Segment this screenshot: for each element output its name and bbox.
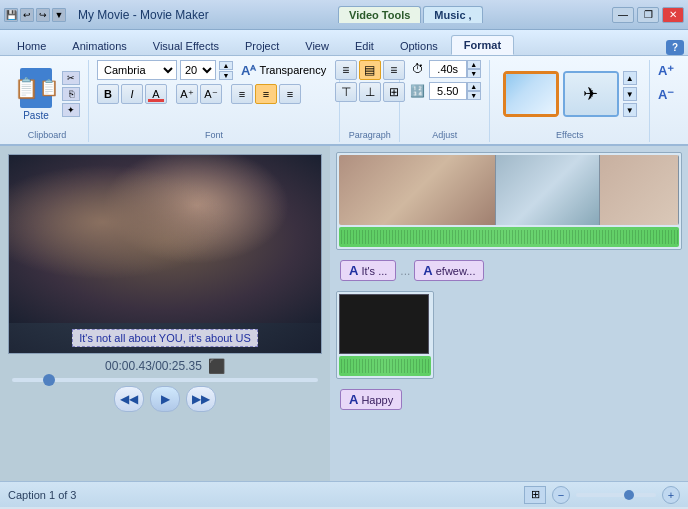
cut-icon[interactable]: ✂ bbox=[62, 71, 80, 85]
window-buttons: — ❐ ✕ bbox=[612, 7, 684, 23]
para-row1: ≡ ▤ ≡ bbox=[335, 60, 405, 80]
tab-format[interactable]: Format bbox=[451, 35, 514, 55]
font-size-up[interactable]: ▲ bbox=[219, 61, 233, 70]
align-center-btn[interactable]: ≡ bbox=[255, 84, 277, 104]
adjust-val-input[interactable] bbox=[429, 82, 467, 100]
seek-bar-container bbox=[8, 378, 322, 382]
copy-icon[interactable]: ⎘ bbox=[62, 87, 80, 101]
number-icon: 🔢 bbox=[409, 82, 427, 100]
restore-button[interactable]: ❐ bbox=[637, 7, 659, 23]
caption-a-icon-1: A bbox=[349, 263, 358, 278]
format-paint-icon[interactable]: ✦ bbox=[62, 103, 80, 117]
dropdown-btn[interactable]: ▼ bbox=[52, 8, 66, 22]
window-controls-left: 💾 ↩ ↪ ▼ bbox=[4, 8, 66, 22]
transparency-icon: Aᴬ bbox=[241, 63, 256, 78]
caption-strip-2: A Happy bbox=[336, 385, 682, 414]
para-btn1[interactable]: ≡ bbox=[335, 60, 357, 80]
font-shrink-btn[interactable]: A⁻ bbox=[200, 84, 222, 104]
text-grow-btn[interactable]: A⁺ bbox=[653, 60, 679, 81]
effects-scroll-down[interactable]: ▼ bbox=[623, 103, 637, 117]
film-frame-1 bbox=[339, 155, 496, 225]
tab-edit[interactable]: Edit bbox=[342, 36, 387, 55]
tab-animations[interactable]: Animations bbox=[59, 36, 139, 55]
save-btn[interactable]: 💾 bbox=[4, 8, 18, 22]
film-strip-section bbox=[336, 152, 682, 250]
adjust-label: Adjust bbox=[400, 130, 489, 140]
font-family-select[interactable]: Cambria bbox=[97, 60, 177, 80]
caption-block-1[interactable]: A It's ... bbox=[340, 260, 396, 281]
ribbon: 📋 Paste ✂ ⎘ ✦ Clipboard Cambria 20 ▲ bbox=[0, 56, 688, 146]
tab-music[interactable]: Music , bbox=[423, 6, 482, 23]
align-right-btn[interactable]: ≡ bbox=[279, 84, 301, 104]
time-down-arrow[interactable]: ▼ bbox=[467, 69, 481, 78]
film-strip bbox=[339, 155, 679, 225]
tab-options[interactable]: Options bbox=[387, 36, 451, 55]
font-size-select[interactable]: 20 bbox=[180, 60, 216, 80]
text-shrink-btn[interactable]: A⁻ bbox=[653, 84, 679, 105]
effect-thumb-1[interactable] bbox=[503, 71, 559, 117]
play-button[interactable]: ▶ bbox=[150, 386, 180, 412]
zoom-in-btn[interactable]: + bbox=[662, 486, 680, 504]
minimize-button[interactable]: — bbox=[612, 7, 634, 23]
help-button[interactable]: ? bbox=[666, 40, 684, 55]
video-caption: It's not all about YOU, it's about US bbox=[72, 329, 258, 347]
status-right: ⊞ − + bbox=[524, 486, 680, 504]
transparency-button[interactable]: Aᴬ Transparency bbox=[236, 60, 331, 80]
font-group-inner: Cambria 20 ▲ ▼ Aᴬ Transparency B I A bbox=[97, 60, 331, 118]
adjust-time-input[interactable] bbox=[429, 60, 467, 78]
font-row1: Cambria 20 ▲ ▼ Aᴬ Transparency bbox=[97, 60, 331, 80]
transparency-label: Transparency bbox=[259, 64, 326, 76]
film-frame-3 bbox=[600, 155, 679, 225]
para-btn2[interactable]: ▤ bbox=[359, 60, 381, 80]
main-area: It's not all about YOU, it's about US 00… bbox=[0, 146, 688, 481]
redo-btn[interactable]: ↪ bbox=[36, 8, 50, 22]
align-left-btn[interactable]: ≡ bbox=[231, 84, 253, 104]
tab-visual-effects[interactable]: Visual Effects bbox=[140, 36, 232, 55]
bold-button[interactable]: B bbox=[97, 84, 119, 104]
ribbon-group-paragraph: ≡ ▤ ≡ ⊤ ⊥ ⊞ Paragraph bbox=[340, 60, 400, 142]
zoom-slider[interactable] bbox=[576, 493, 656, 497]
font-label: Font bbox=[89, 130, 339, 140]
titlebar: 💾 ↩ ↪ ▼ My Movie - Movie Maker Video Too… bbox=[0, 0, 688, 30]
close-button[interactable]: ✕ bbox=[662, 7, 684, 23]
val-up-arrow[interactable]: ▲ bbox=[467, 82, 481, 91]
next-frame-button[interactable]: ▶▶ bbox=[186, 386, 216, 412]
seek-bar[interactable] bbox=[12, 378, 318, 382]
ribbon-group-text: A⁺ A⁻ bbox=[650, 60, 682, 142]
tab-project[interactable]: Project bbox=[232, 36, 292, 55]
val-down-arrow[interactable]: ▼ bbox=[467, 91, 481, 100]
caption-text-3: Happy bbox=[361, 394, 393, 406]
timecode-row: 00:00.43/00:25.35 ⬛ bbox=[8, 358, 322, 374]
font-color-btn[interactable]: A bbox=[145, 84, 167, 104]
screen-mode-btn[interactable]: ⊞ bbox=[524, 486, 546, 504]
effect-inner-2: ✈ bbox=[565, 73, 617, 115]
paste-button[interactable]: 📋 Paste bbox=[14, 66, 58, 123]
left-panel: It's not all about YOU, it's about US 00… bbox=[0, 146, 330, 481]
tab-view[interactable]: View bbox=[292, 36, 342, 55]
time-up-arrow[interactable]: ▲ bbox=[467, 60, 481, 69]
expand-icon[interactable]: ⬛ bbox=[208, 358, 225, 374]
caption-block-2[interactable]: A efwew... bbox=[414, 260, 484, 281]
caption-block-3[interactable]: A Happy bbox=[340, 389, 402, 410]
effects-scroll-up[interactable]: ▲ bbox=[623, 71, 637, 85]
adjust-arrows1: ▲ ▼ bbox=[467, 60, 481, 78]
italic-button[interactable]: I bbox=[121, 84, 143, 104]
effect-thumb-2[interactable]: ✈ bbox=[563, 71, 619, 117]
zoom-slider-thumb[interactable] bbox=[624, 490, 634, 500]
font-grow-btn[interactable]: A⁺ bbox=[176, 84, 198, 104]
undo-btn[interactable]: ↩ bbox=[20, 8, 34, 22]
caption-strip: A It's ... ... A efwew... bbox=[336, 256, 682, 285]
tab-video-tools[interactable]: Video Tools bbox=[338, 6, 421, 23]
tab-home[interactable]: Home bbox=[4, 36, 59, 55]
para-btn5[interactable]: ⊥ bbox=[359, 82, 381, 102]
font-size-down[interactable]: ▼ bbox=[219, 71, 233, 80]
video-image bbox=[9, 155, 321, 323]
ribbon-group-effects: ✈ ▲ ▼ ▼ Effects bbox=[490, 60, 650, 142]
para-btn4[interactable]: ⊤ bbox=[335, 82, 357, 102]
seek-thumb[interactable] bbox=[43, 374, 55, 386]
zoom-out-btn[interactable]: − bbox=[552, 486, 570, 504]
effects-expand[interactable]: ▼ bbox=[623, 87, 637, 101]
prev-frame-button[interactable]: ◀◀ bbox=[114, 386, 144, 412]
ribbon-group-font: Cambria 20 ▲ ▼ Aᴬ Transparency B I A bbox=[89, 60, 340, 142]
clipboard-label: Clipboard bbox=[6, 130, 88, 140]
